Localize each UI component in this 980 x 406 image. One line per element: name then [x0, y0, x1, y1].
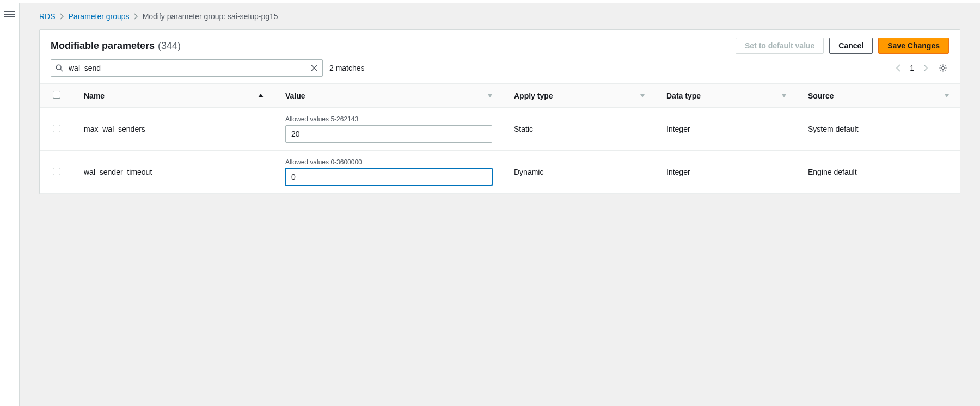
parameters-panel: Modifiable parameters (344) Set to defau…	[39, 29, 960, 194]
column-label: Data type	[666, 91, 701, 100]
clear-search-icon[interactable]	[310, 64, 318, 72]
data-type-cell: Integer	[656, 151, 797, 194]
sort-icon	[488, 94, 492, 97]
parameter-name: max_wal_senders	[73, 108, 274, 151]
sidebar-collapsed	[0, 3, 20, 406]
table-row: max_wal_sendersAllowed values 5-262143St…	[40, 108, 960, 151]
column-header-source[interactable]: Source	[797, 84, 960, 108]
svg-point-4	[942, 67, 944, 69]
select-all-checkbox[interactable]	[53, 91, 60, 99]
row-checkbox[interactable]	[53, 125, 60, 132]
breadcrumb: RDS Parameter groups Modify parameter gr…	[39, 12, 960, 21]
breadcrumb-rds[interactable]: RDS	[39, 12, 56, 21]
parameter-value-input[interactable]	[285, 168, 492, 186]
pagination: 1	[892, 62, 949, 74]
panel-title: Modifiable parameters (344)	[51, 40, 181, 52]
svg-line-1	[60, 69, 63, 71]
cancel-button[interactable]: Cancel	[829, 38, 873, 54]
sort-icon	[782, 94, 786, 97]
search-box[interactable]	[51, 59, 323, 77]
column-header-value[interactable]: Value	[274, 84, 503, 108]
column-header-data-type[interactable]: Data type	[656, 84, 797, 108]
column-label: Value	[285, 91, 305, 100]
source-cell: Engine default	[797, 151, 960, 194]
apply-type-cell: Static	[503, 108, 656, 151]
svg-point-0	[56, 65, 61, 70]
parameter-value-input[interactable]	[285, 125, 492, 143]
chevron-right-icon	[60, 13, 64, 20]
column-label: Source	[808, 91, 834, 100]
search-input[interactable]	[68, 63, 306, 73]
chevron-right-icon	[134, 13, 138, 20]
settings-gear-icon[interactable]	[937, 62, 949, 74]
prev-page-icon	[892, 62, 904, 74]
match-count: 2 matches	[329, 64, 365, 72]
parameters-table: Name Value Apply type Data type Source	[40, 83, 960, 194]
sort-ascending-icon	[258, 94, 264, 97]
set-default-button: Set to default value	[736, 38, 824, 54]
apply-type-cell: Dynamic	[503, 151, 656, 194]
column-header-name[interactable]: Name	[73, 84, 274, 108]
parameter-name: wal_sender_timeout	[73, 151, 274, 194]
panel-title-text: Modifiable parameters	[51, 40, 155, 52]
save-changes-button[interactable]: Save Changes	[878, 38, 949, 54]
row-checkbox[interactable]	[53, 168, 60, 175]
allowed-values-label: Allowed values 5-262143	[285, 115, 492, 123]
sort-icon	[640, 94, 645, 97]
column-label: Apply type	[514, 91, 553, 100]
column-label: Name	[84, 91, 105, 100]
column-header-apply-type[interactable]: Apply type	[503, 84, 656, 108]
page-number: 1	[910, 64, 914, 72]
search-icon	[56, 64, 63, 72]
data-type-cell: Integer	[656, 108, 797, 151]
table-row: wal_sender_timeoutAllowed values 0-36000…	[40, 151, 960, 194]
allowed-values-label: Allowed values 0-3600000	[285, 158, 492, 166]
main-content: RDS Parameter groups Modify parameter gr…	[20, 3, 980, 406]
sort-icon	[945, 94, 949, 97]
breadcrumb-parameter-groups[interactable]: Parameter groups	[69, 12, 130, 21]
next-page-icon	[920, 62, 932, 74]
source-cell: System default	[797, 108, 960, 151]
hamburger-icon[interactable]	[4, 9, 15, 20]
breadcrumb-current: Modify parameter group: sai-setup-pg15	[143, 12, 278, 21]
panel-count: (344)	[158, 40, 181, 52]
